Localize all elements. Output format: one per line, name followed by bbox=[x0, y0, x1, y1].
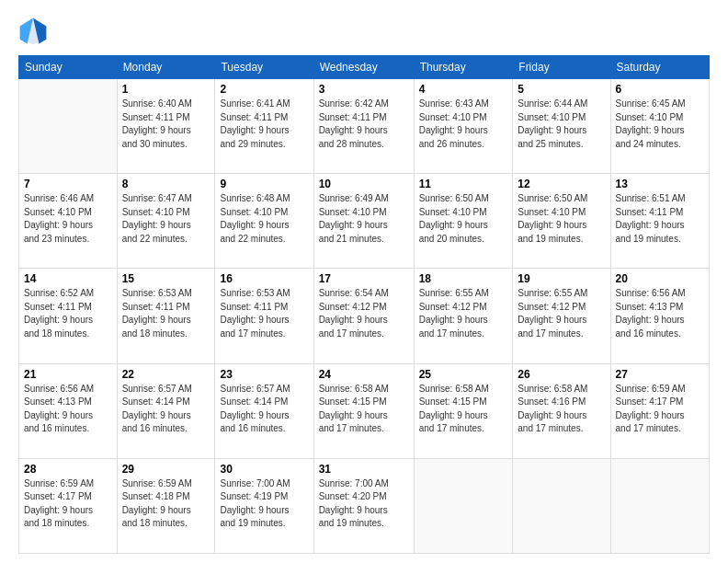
calendar-cell: 12Sunrise: 6:50 AMSunset: 4:10 PMDayligh… bbox=[513, 174, 610, 269]
day-number: 14 bbox=[24, 272, 112, 285]
calendar-cell: 31Sunrise: 7:00 AMSunset: 4:20 PMDayligh… bbox=[313, 458, 414, 553]
day-info: Sunrise: 6:56 AMSunset: 4:13 PMDaylight:… bbox=[616, 287, 704, 340]
day-info: Sunrise: 6:55 AMSunset: 4:12 PMDaylight:… bbox=[518, 287, 605, 340]
calendar-cell: 13Sunrise: 6:51 AMSunset: 4:11 PMDayligh… bbox=[610, 174, 709, 269]
weekday-header-friday: Friday bbox=[513, 56, 610, 79]
logo bbox=[18, 17, 51, 46]
day-info: Sunrise: 6:47 AMSunset: 4:10 PMDaylight:… bbox=[122, 192, 210, 246]
day-number: 28 bbox=[24, 463, 112, 476]
logo-icon bbox=[18, 17, 48, 46]
day-info: Sunrise: 6:46 AMSunset: 4:10 PMDaylight:… bbox=[24, 192, 112, 246]
day-info: Sunrise: 6:49 AMSunset: 4:10 PMDaylight:… bbox=[319, 192, 409, 246]
calendar-cell bbox=[414, 458, 513, 553]
day-info: Sunrise: 6:58 AMSunset: 4:15 PMDaylight:… bbox=[319, 383, 409, 436]
day-info: Sunrise: 7:00 AMSunset: 4:19 PMDaylight:… bbox=[220, 477, 308, 531]
day-number: 23 bbox=[220, 368, 308, 381]
calendar-cell bbox=[19, 79, 118, 174]
day-number: 10 bbox=[319, 178, 409, 190]
day-info: Sunrise: 6:50 AMSunset: 4:10 PMDaylight:… bbox=[518, 192, 605, 246]
day-info: Sunrise: 6:57 AMSunset: 4:14 PMDaylight:… bbox=[220, 383, 308, 436]
calendar-cell: 26Sunrise: 6:58 AMSunset: 4:16 PMDayligh… bbox=[513, 363, 610, 458]
day-number: 30 bbox=[220, 463, 308, 476]
day-number: 12 bbox=[518, 178, 605, 190]
day-number: 27 bbox=[616, 368, 704, 381]
day-info: Sunrise: 6:51 AMSunset: 4:11 PMDaylight:… bbox=[616, 192, 704, 246]
day-number: 13 bbox=[616, 178, 704, 190]
week-row-3: 14Sunrise: 6:52 AMSunset: 4:11 PMDayligh… bbox=[19, 269, 710, 363]
weekday-header-row: SundayMondayTuesdayWednesdayThursdayFrid… bbox=[19, 56, 710, 79]
calendar-cell bbox=[513, 458, 610, 553]
calendar-cell: 17Sunrise: 6:54 AMSunset: 4:12 PMDayligh… bbox=[313, 269, 414, 363]
calendar-cell: 19Sunrise: 6:55 AMSunset: 4:12 PMDayligh… bbox=[513, 269, 610, 363]
day-number: 4 bbox=[419, 83, 508, 96]
weekday-header-saturday: Saturday bbox=[610, 56, 709, 79]
day-info: Sunrise: 6:54 AMSunset: 4:12 PMDaylight:… bbox=[319, 287, 409, 340]
day-number: 26 bbox=[518, 368, 605, 381]
day-info: Sunrise: 6:42 AMSunset: 4:11 PMDaylight:… bbox=[319, 98, 409, 151]
day-info: Sunrise: 6:59 AMSunset: 4:17 PMDaylight:… bbox=[24, 477, 112, 531]
day-info: Sunrise: 6:55 AMSunset: 4:12 PMDaylight:… bbox=[419, 287, 508, 340]
day-number: 18 bbox=[419, 272, 508, 285]
calendar-cell: 14Sunrise: 6:52 AMSunset: 4:11 PMDayligh… bbox=[19, 269, 118, 363]
day-number: 2 bbox=[220, 83, 308, 96]
day-number: 31 bbox=[319, 463, 409, 476]
calendar-cell: 5Sunrise: 6:44 AMSunset: 4:10 PMDaylight… bbox=[513, 79, 610, 174]
day-number: 25 bbox=[419, 368, 508, 381]
calendar-cell: 21Sunrise: 6:56 AMSunset: 4:13 PMDayligh… bbox=[19, 363, 118, 458]
week-row-5: 28Sunrise: 6:59 AMSunset: 4:17 PMDayligh… bbox=[19, 458, 710, 553]
day-number: 16 bbox=[220, 272, 308, 285]
day-info: Sunrise: 6:41 AMSunset: 4:11 PMDaylight:… bbox=[220, 98, 308, 151]
calendar-cell: 9Sunrise: 6:48 AMSunset: 4:10 PMDaylight… bbox=[215, 174, 313, 269]
week-row-1: 1Sunrise: 6:40 AMSunset: 4:11 PMDaylight… bbox=[19, 79, 710, 174]
day-number: 24 bbox=[319, 368, 409, 381]
day-info: Sunrise: 6:56 AMSunset: 4:13 PMDaylight:… bbox=[24, 383, 112, 436]
day-number: 15 bbox=[122, 272, 210, 285]
day-info: Sunrise: 6:58 AMSunset: 4:16 PMDaylight:… bbox=[518, 383, 605, 436]
day-number: 29 bbox=[122, 463, 210, 476]
weekday-header-wednesday: Wednesday bbox=[313, 56, 414, 79]
calendar-cell: 1Sunrise: 6:40 AMSunset: 4:11 PMDaylight… bbox=[117, 79, 215, 174]
calendar-cell: 22Sunrise: 6:57 AMSunset: 4:14 PMDayligh… bbox=[117, 363, 215, 458]
week-row-2: 7Sunrise: 6:46 AMSunset: 4:10 PMDaylight… bbox=[19, 174, 710, 269]
calendar-cell: 15Sunrise: 6:53 AMSunset: 4:11 PMDayligh… bbox=[117, 269, 215, 363]
day-number: 9 bbox=[220, 178, 308, 190]
weekday-header-monday: Monday bbox=[117, 56, 215, 79]
calendar-cell: 27Sunrise: 6:59 AMSunset: 4:17 PMDayligh… bbox=[610, 363, 709, 458]
day-info: Sunrise: 6:48 AMSunset: 4:10 PMDaylight:… bbox=[220, 192, 308, 246]
calendar-cell: 28Sunrise: 6:59 AMSunset: 4:17 PMDayligh… bbox=[19, 458, 118, 553]
day-number: 6 bbox=[616, 83, 704, 96]
calendar-cell: 7Sunrise: 6:46 AMSunset: 4:10 PMDaylight… bbox=[19, 174, 118, 269]
day-number: 19 bbox=[518, 272, 605, 285]
day-number: 20 bbox=[616, 272, 704, 285]
day-number: 1 bbox=[122, 83, 210, 96]
day-info: Sunrise: 6:53 AMSunset: 4:11 PMDaylight:… bbox=[220, 287, 308, 340]
day-info: Sunrise: 6:45 AMSunset: 4:10 PMDaylight:… bbox=[616, 98, 704, 151]
calendar-cell: 24Sunrise: 6:58 AMSunset: 4:15 PMDayligh… bbox=[313, 363, 414, 458]
header bbox=[18, 17, 710, 46]
day-number: 7 bbox=[24, 178, 112, 190]
day-info: Sunrise: 6:40 AMSunset: 4:11 PMDaylight:… bbox=[122, 98, 210, 151]
calendar-cell: 2Sunrise: 6:41 AMSunset: 4:11 PMDaylight… bbox=[215, 79, 313, 174]
day-info: Sunrise: 7:00 AMSunset: 4:20 PMDaylight:… bbox=[319, 477, 409, 531]
calendar-cell: 23Sunrise: 6:57 AMSunset: 4:14 PMDayligh… bbox=[215, 363, 313, 458]
calendar-cell bbox=[610, 458, 709, 553]
day-number: 8 bbox=[122, 178, 210, 190]
day-info: Sunrise: 6:50 AMSunset: 4:10 PMDaylight:… bbox=[419, 192, 508, 246]
week-row-4: 21Sunrise: 6:56 AMSunset: 4:13 PMDayligh… bbox=[19, 363, 710, 458]
calendar-cell: 3Sunrise: 6:42 AMSunset: 4:11 PMDaylight… bbox=[313, 79, 414, 174]
day-info: Sunrise: 6:52 AMSunset: 4:11 PMDaylight:… bbox=[24, 287, 112, 340]
calendar-cell: 20Sunrise: 6:56 AMSunset: 4:13 PMDayligh… bbox=[610, 269, 709, 363]
day-number: 11 bbox=[419, 178, 508, 190]
day-info: Sunrise: 6:59 AMSunset: 4:18 PMDaylight:… bbox=[122, 477, 210, 531]
calendar-cell: 18Sunrise: 6:55 AMSunset: 4:12 PMDayligh… bbox=[414, 269, 513, 363]
weekday-header-thursday: Thursday bbox=[414, 56, 513, 79]
weekday-header-sunday: Sunday bbox=[19, 56, 118, 79]
calendar-cell: 10Sunrise: 6:49 AMSunset: 4:10 PMDayligh… bbox=[313, 174, 414, 269]
page: SundayMondayTuesdayWednesdayThursdayFrid… bbox=[0, 0, 728, 563]
day-number: 21 bbox=[24, 368, 112, 381]
day-info: Sunrise: 6:43 AMSunset: 4:10 PMDaylight:… bbox=[419, 98, 508, 151]
calendar-cell: 16Sunrise: 6:53 AMSunset: 4:11 PMDayligh… bbox=[215, 269, 313, 363]
calendar-cell: 4Sunrise: 6:43 AMSunset: 4:10 PMDaylight… bbox=[414, 79, 513, 174]
calendar-cell: 25Sunrise: 6:58 AMSunset: 4:15 PMDayligh… bbox=[414, 363, 513, 458]
weekday-header-tuesday: Tuesday bbox=[215, 56, 313, 79]
